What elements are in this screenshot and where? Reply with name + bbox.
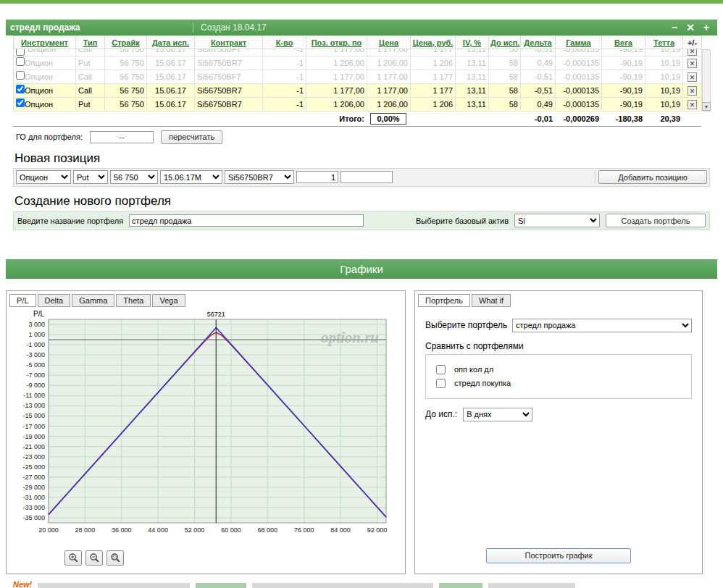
cell-price_rub: 1 206 (411, 56, 456, 70)
zoom-out-button[interactable] (85, 550, 103, 566)
add-icon[interactable]: + (700, 22, 713, 33)
cell-open_pos: 1 206,00 (306, 98, 367, 112)
cell-delta: -0,51 (521, 70, 556, 84)
compare-checkbox[interactable] (436, 379, 446, 388)
compare-portfolio-label: стредл покупка (454, 379, 511, 387)
cell-open_pos: 1 206,00 (306, 56, 367, 70)
positions-tbody: ОпционCall56 75015.06.17Si56750BF7-11 17… (14, 49, 702, 112)
column-header-7[interactable]: Поз. откр. по (306, 36, 367, 49)
portfolio-name-input[interactable] (129, 214, 364, 227)
remove-position-button[interactable]: ✕ (688, 86, 697, 96)
portfolio-panel-header: стредл продажа Создан 18.04.17 − ✕ + (6, 20, 717, 35)
new-badge: New! (13, 580, 32, 588)
position-checkbox[interactable] (16, 57, 25, 66)
column-header-1[interactable]: Инструмент (14, 36, 76, 49)
svg-text:-29 000: -29 000 (22, 483, 45, 490)
column-header-3[interactable]: Страйк (105, 36, 147, 49)
table-scrollbar[interactable]: ▼ (702, 49, 711, 112)
cell-qty: -1 (263, 98, 306, 112)
remove-position-button[interactable]: ✕ (688, 72, 697, 82)
minimize-icon[interactable]: − (668, 22, 681, 33)
close-icon[interactable]: ✕ (684, 22, 697, 33)
portfolio-panel: стредл продажа Создан 18.04.17 − ✕ + Инс… (6, 20, 717, 230)
quantity-input[interactable] (296, 171, 338, 183)
column-header-5[interactable]: Контракт (195, 36, 263, 49)
watermark: option.ru (321, 329, 379, 346)
position-checkbox[interactable] (16, 71, 25, 80)
cell-vega: -90,19 (602, 56, 645, 70)
remove-position-button[interactable]: ✕ (688, 59, 697, 68)
expiry-select[interactable]: 15.06.17М (160, 170, 222, 184)
cell-price_rub: 1 177 (411, 49, 456, 56)
days-select[interactable]: В днях (463, 408, 532, 421)
base-asset-select[interactable]: Si (514, 214, 600, 227)
column-header-4[interactable]: Дата исп. (147, 36, 195, 49)
margin-value-field[interactable] (90, 131, 154, 143)
instrument-select[interactable]: Опцион (16, 170, 71, 184)
svg-text:-21 000: -21 000 (22, 442, 45, 450)
chart-tab-delta[interactable]: Delta (38, 294, 71, 307)
strike-select[interactable]: 56 750 (110, 170, 158, 184)
remove-position-button[interactable]: ✕ (688, 100, 697, 109)
zoom-reset-button[interactable] (106, 550, 124, 566)
option-type-select[interactable]: Put (73, 170, 108, 184)
footer-note: New! (13, 580, 723, 588)
portfolio-select[interactable]: стредл продажа (512, 319, 692, 332)
cell-vega: -90,19 (602, 84, 645, 98)
remove-position-button[interactable]: ✕ (688, 49, 697, 56)
contract-select[interactable]: Si56750BR7 (225, 170, 294, 184)
chart-tab-p-l[interactable]: P/L (9, 294, 36, 307)
column-header-13[interactable]: Гамма (556, 36, 602, 49)
totals-label: Итого: (339, 114, 364, 123)
position-checkbox[interactable] (16, 98, 25, 107)
position-row: ОпционCall56 75015.06.17Si56750BF7-11 17… (14, 70, 702, 84)
cell-qty: -1 (263, 56, 306, 70)
instrument-label: Опцион (25, 86, 53, 95)
column-header-15[interactable]: Тетта (645, 36, 683, 49)
column-header-2[interactable]: Тип (76, 36, 105, 49)
plot-chart-button[interactable]: Построить график (486, 548, 631, 563)
cell-iv: 13,11 (456, 49, 489, 56)
totals-row: Итого: 0,00% -0,01 -0,000269 -180,38 20,… (13, 112, 701, 127)
svg-text:44 000: 44 000 (148, 526, 168, 534)
recalculate-button[interactable]: пересчитать (161, 130, 222, 144)
column-header-6[interactable]: К-во (263, 36, 306, 49)
cell-strike: 56 750 (105, 84, 147, 98)
column-header-9[interactable]: Цена, руб. (411, 36, 456, 49)
zoom-in-button[interactable] (64, 550, 82, 566)
column-header-16: +/- (683, 36, 702, 49)
svg-text:36 000: 36 000 (112, 526, 132, 534)
compare-checkbox[interactable] (436, 365, 446, 374)
chart-tab-theta[interactable]: Theta (116, 294, 151, 307)
cell-qty: -1 (263, 49, 306, 56)
column-header-10[interactable]: IV, % (456, 36, 489, 49)
portfolio-chart-controls-panel: ПортфельWhat if Выберите портфель стредл… (414, 290, 703, 574)
chart-tab-gamma[interactable]: Gamma (72, 294, 114, 307)
column-header-14[interactable]: Вега (602, 36, 645, 49)
cell-vega: -90,19 (602, 98, 645, 112)
scroll-down-icon[interactable]: ▼ (702, 102, 711, 111)
cell-strike: 56 750 (105, 70, 147, 84)
svg-text:-31 000: -31 000 (22, 493, 45, 500)
svg-text:-25 000: -25 000 (22, 463, 45, 470)
totals-iv-value: 0,00% (370, 113, 406, 125)
cell-open_pos: 1 177,00 (306, 70, 367, 84)
column-header-8[interactable]: Цена (367, 36, 411, 49)
cell-vega: -90,19 (602, 49, 645, 56)
add-position-button[interactable]: Добавить позицию (598, 170, 707, 184)
portfolio-title: стредл продажа (10, 22, 193, 33)
days-label: До исп.: (425, 409, 457, 419)
cell-delta: -0,51 (521, 49, 556, 56)
panel-tab-портфель[interactable]: Портфель (418, 294, 470, 307)
compare-portfolios-box: опп кол длстредл покупка (425, 354, 692, 399)
column-header-11[interactable]: До исп. (489, 36, 521, 49)
position-checkbox[interactable] (16, 49, 25, 56)
price-input[interactable] (340, 171, 393, 183)
panel-tab-what-if[interactable]: What if (472, 294, 511, 307)
column-header-12[interactable]: Дельта (521, 36, 556, 49)
position-checkbox[interactable] (16, 85, 25, 93)
compare-portfolio-item: стредл покупка (436, 379, 681, 388)
create-portfolio-button[interactable]: Создать портфель (606, 214, 706, 227)
chart-tab-vega[interactable]: Vega (152, 294, 185, 307)
instrument-label: Опцион (25, 59, 53, 67)
